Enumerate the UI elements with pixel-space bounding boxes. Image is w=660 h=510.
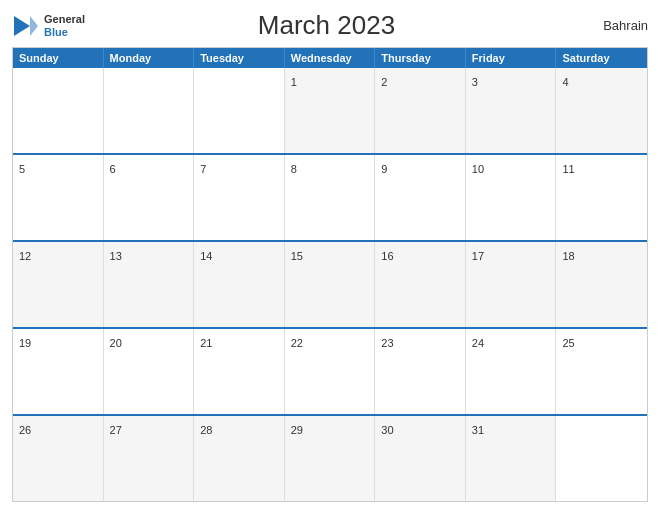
logo: General Blue (12, 12, 85, 40)
day-cell: 24 (466, 329, 557, 414)
day-number: 12 (19, 250, 31, 262)
day-cell (556, 416, 647, 501)
logo-text: General Blue (44, 13, 85, 37)
day-cell: 31 (466, 416, 557, 501)
day-cell (13, 68, 104, 153)
weeks-container: 1234567891011121314151617181920212223242… (13, 68, 647, 501)
calendar-page: General Blue March 2023 Bahrain SundayMo… (0, 0, 660, 510)
day-number: 10 (472, 163, 484, 175)
day-cell: 9 (375, 155, 466, 240)
day-number: 9 (381, 163, 387, 175)
day-cell: 17 (466, 242, 557, 327)
day-cell: 22 (285, 329, 376, 414)
day-cell: 1 (285, 68, 376, 153)
svg-marker-0 (14, 16, 30, 36)
day-number: 8 (291, 163, 297, 175)
day-number: 26 (19, 424, 31, 436)
calendar-grid: SundayMondayTuesdayWednesdayThursdayFrid… (12, 47, 648, 502)
day-header-wednesday: Wednesday (285, 48, 376, 68)
day-number: 27 (110, 424, 122, 436)
country-label: Bahrain (568, 18, 648, 33)
day-cell: 7 (194, 155, 285, 240)
day-number: 21 (200, 337, 212, 349)
day-number: 14 (200, 250, 212, 262)
day-cell: 27 (104, 416, 195, 501)
day-headers-row: SundayMondayTuesdayWednesdayThursdayFrid… (13, 48, 647, 68)
day-cell: 4 (556, 68, 647, 153)
week-row-5: 262728293031 (13, 414, 647, 501)
week-row-4: 19202122232425 (13, 327, 647, 414)
day-cell: 10 (466, 155, 557, 240)
day-cell: 12 (13, 242, 104, 327)
day-cell: 15 (285, 242, 376, 327)
day-number: 1 (291, 76, 297, 88)
day-cell: 13 (104, 242, 195, 327)
day-number: 25 (562, 337, 574, 349)
day-cell: 14 (194, 242, 285, 327)
day-cell: 11 (556, 155, 647, 240)
svg-marker-1 (30, 16, 38, 36)
day-cell (104, 68, 195, 153)
day-cell: 19 (13, 329, 104, 414)
day-number: 5 (19, 163, 25, 175)
day-cell: 29 (285, 416, 376, 501)
day-number: 20 (110, 337, 122, 349)
day-number: 19 (19, 337, 31, 349)
header: General Blue March 2023 Bahrain (12, 10, 648, 41)
week-row-3: 12131415161718 (13, 240, 647, 327)
day-number: 11 (562, 163, 574, 175)
day-cell: 3 (466, 68, 557, 153)
day-header-monday: Monday (104, 48, 195, 68)
day-header-sunday: Sunday (13, 48, 104, 68)
day-cell (194, 68, 285, 153)
calendar-title: March 2023 (85, 10, 568, 41)
day-number: 16 (381, 250, 393, 262)
day-cell: 25 (556, 329, 647, 414)
day-number: 15 (291, 250, 303, 262)
day-cell: 30 (375, 416, 466, 501)
day-number: 29 (291, 424, 303, 436)
day-number: 6 (110, 163, 116, 175)
week-row-2: 567891011 (13, 153, 647, 240)
day-cell: 20 (104, 329, 195, 414)
day-cell: 23 (375, 329, 466, 414)
day-number: 7 (200, 163, 206, 175)
day-cell: 26 (13, 416, 104, 501)
day-number: 30 (381, 424, 393, 436)
day-number: 4 (562, 76, 568, 88)
day-cell: 2 (375, 68, 466, 153)
day-cell: 8 (285, 155, 376, 240)
week-row-1: 1234 (13, 68, 647, 153)
day-cell: 18 (556, 242, 647, 327)
day-header-tuesday: Tuesday (194, 48, 285, 68)
logo-icon (12, 12, 40, 40)
logo-general-text: General (44, 13, 85, 25)
day-number: 18 (562, 250, 574, 262)
day-cell: 5 (13, 155, 104, 240)
day-header-saturday: Saturday (556, 48, 647, 68)
day-cell: 21 (194, 329, 285, 414)
day-header-thursday: Thursday (375, 48, 466, 68)
day-cell: 28 (194, 416, 285, 501)
day-number: 17 (472, 250, 484, 262)
day-number: 23 (381, 337, 393, 349)
day-number: 31 (472, 424, 484, 436)
day-number: 3 (472, 76, 478, 88)
day-number: 22 (291, 337, 303, 349)
day-number: 28 (200, 424, 212, 436)
day-cell: 6 (104, 155, 195, 240)
logo-blue-text: Blue (44, 26, 85, 38)
day-number: 24 (472, 337, 484, 349)
day-cell: 16 (375, 242, 466, 327)
day-number: 2 (381, 76, 387, 88)
day-header-friday: Friday (466, 48, 557, 68)
day-number: 13 (110, 250, 122, 262)
